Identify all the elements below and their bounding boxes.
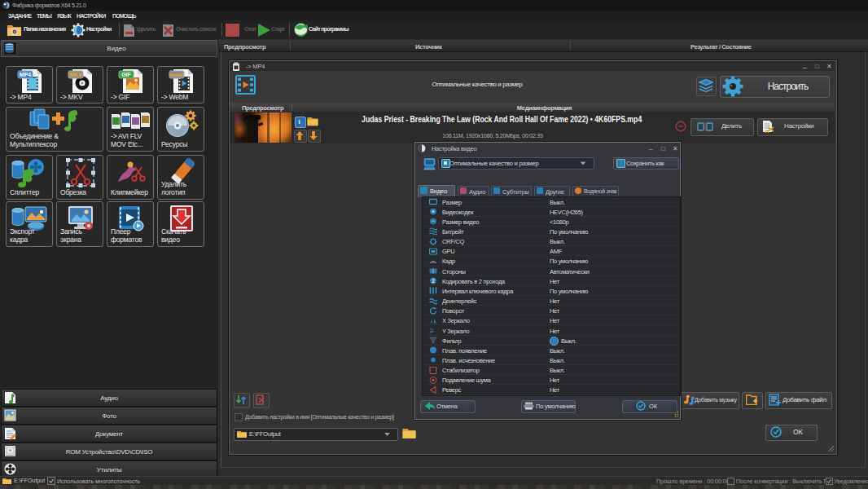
svg-text:2: 2: [432, 278, 435, 284]
svg-text:MP4: MP4: [20, 72, 32, 77]
svg-text:GIF: GIF: [121, 72, 131, 77]
svg-text:WebM: WebM: [169, 73, 184, 77]
svg-text:MKV: MKV: [69, 72, 82, 77]
